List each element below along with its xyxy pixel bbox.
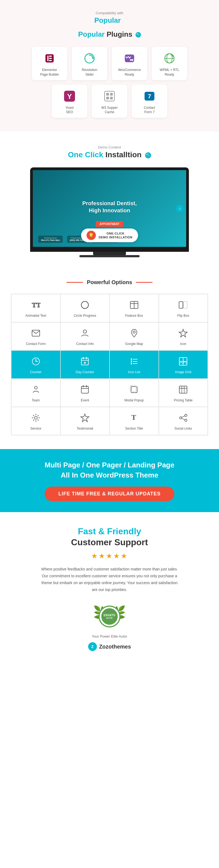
support-title-colored: Fast & Friendly xyxy=(22,526,197,537)
option-modal-popup-label: Modal Popup xyxy=(112,398,156,402)
svg-point-22 xyxy=(81,301,88,309)
svg-rect-14 xyxy=(105,91,114,101)
options-grid: 𝕋𝕋 Animated Text Circle Progress Feature… xyxy=(11,294,208,435)
svg-text:Y: Y xyxy=(67,92,72,100)
option-animated-text: 𝕋𝕋 Animated Text xyxy=(11,294,61,322)
oneclick-heading: One Click Installtion 🔩 xyxy=(16,150,203,159)
plugin-woocommerce-name: WooCommerceReady xyxy=(114,68,145,77)
support-description: Where positive feedbacks and customer sa… xyxy=(38,566,181,593)
cf7-icon: 7 xyxy=(143,90,156,103)
pricing-table-icon xyxy=(162,385,205,396)
testimonial-icon xyxy=(64,413,107,425)
svg-line-64 xyxy=(182,416,185,417)
plugin-wpml: WPML + RTLReady xyxy=(152,47,187,80)
plugin-elementor: ElementorPage Builder xyxy=(32,47,67,80)
option-flip-box: Flip Box xyxy=(159,294,208,322)
svg-rect-43 xyxy=(131,363,132,364)
option-image-grid-label: Image Grid xyxy=(162,370,205,374)
option-modal-popup: Modal Popup xyxy=(110,379,159,407)
svg-rect-26 xyxy=(179,302,183,308)
section-title-icon: T xyxy=(112,413,156,425)
plugin-cf7-name: ContactForm 7 xyxy=(135,105,165,115)
image-grid-icon xyxy=(162,357,205,368)
plugins-heading: Popular Popular xyxy=(16,16,203,25)
svg-point-47 xyxy=(35,386,37,389)
option-pricing-table: Pricing Table xyxy=(159,379,208,407)
plugins-heading-highlight: Popular xyxy=(94,16,121,24)
w3-icon xyxy=(103,90,116,103)
elementor-icon xyxy=(43,52,56,65)
option-icon-list: Icon List xyxy=(110,350,159,379)
envato-inner-content: ENVATO ELITE xyxy=(104,614,115,619)
social-links-icon xyxy=(162,413,205,425)
svg-point-9 xyxy=(132,59,133,61)
plugin-grid-row2: Y YoastSEO W3 SupperCache 7 ContactForm … xyxy=(16,85,203,118)
option-team-label: Team xyxy=(14,398,58,402)
laptop-bottom-bar xyxy=(33,247,186,252)
option-contact-info-label: Contact Info xyxy=(64,342,107,346)
option-google-map-label: Google Map xyxy=(112,342,156,346)
revolution-icon xyxy=(83,52,96,65)
oneclick-section: Demo Content One Click Installtion 🔩 ABO… xyxy=(0,131,219,268)
option-event-label: Event xyxy=(64,398,107,402)
plugin-w3: W3 SupperCache xyxy=(92,85,127,118)
envato-badge: 🌿 ENVATO ELITE 🌿 xyxy=(93,604,126,629)
animated-text-icon: 𝕋𝕋 xyxy=(14,300,58,312)
option-social-links-label: Social Links xyxy=(162,427,205,430)
option-pricing-table-label: Pricing Table xyxy=(162,398,205,402)
svg-rect-54 xyxy=(179,386,187,393)
svg-line-65 xyxy=(182,418,185,420)
svg-text:T: T xyxy=(132,413,136,422)
option-team: Team xyxy=(11,379,61,407)
envato-circle: ENVATO ELITE xyxy=(99,606,120,627)
laptop-stand xyxy=(93,252,126,255)
envato-circle-inner: ENVATO ELITE xyxy=(101,608,118,625)
laptop-appointment-btn[interactable]: APPOINTMENT xyxy=(96,221,123,227)
envato-badge-wrapper: 🌿 ENVATO ELITE 🌿 xyxy=(93,604,126,629)
svg-point-30 xyxy=(133,331,135,333)
zozothemes-logo: Z Zozothemes xyxy=(22,642,197,651)
option-contact-form: Contact Form xyxy=(11,322,61,350)
svg-rect-17 xyxy=(106,97,109,99)
cta-button[interactable]: LIFE TIME FREE & REGULAR UPDATES xyxy=(45,487,174,501)
service-icon xyxy=(14,413,58,425)
options-title-row: Powerful Options xyxy=(11,279,208,285)
svg-rect-42 xyxy=(131,361,132,362)
plugin-grid-row1: ElementorPage Builder RevolutionSlider W… xyxy=(16,47,203,80)
plugin-elementor-name: ElementorPage Builder xyxy=(35,68,65,77)
cta-title: Multi Page / One Pager / Landing Page Al… xyxy=(16,460,203,480)
svg-rect-15 xyxy=(106,93,109,96)
event-icon xyxy=(64,385,107,396)
option-feature-box-label: Feature Box xyxy=(112,314,156,317)
options-section: Powerful Options 𝕋𝕋 Animated Text Circle… xyxy=(0,268,219,449)
oneclick-badge: 💡 ONE-CLICK DEMO INSTALLATION xyxy=(81,228,138,242)
svg-point-63 xyxy=(185,419,187,422)
svg-point-29 xyxy=(83,330,86,333)
plugin-w3-name: W3 SupperCache xyxy=(95,105,124,115)
contact-info-icon xyxy=(64,329,107,340)
option-flip-box-label: Flip Box xyxy=(162,314,205,317)
svg-point-62 xyxy=(180,417,182,419)
svg-text:7: 7 xyxy=(148,93,151,100)
plugin-revolution-name: RevolutionSlider xyxy=(74,68,105,77)
woocommerce-icon xyxy=(123,52,136,65)
svg-rect-48 xyxy=(81,386,88,393)
icon-list-icon xyxy=(112,357,156,368)
plugin-wpml-name: WPML + RTLReady xyxy=(154,68,184,77)
envato-label: Your Power Elite Autor xyxy=(22,634,197,639)
svg-rect-3 xyxy=(49,58,52,59)
svg-text:𝕋𝕋: 𝕋𝕋 xyxy=(32,302,40,309)
plugins-heading-rendered: Popular Plugins 🔩 xyxy=(16,30,203,39)
feature-box-icon xyxy=(112,300,156,312)
plugin-yoast: Y YoastSEO xyxy=(52,85,87,118)
cta-section: Multi Page / One Pager / Landing Page Al… xyxy=(0,449,219,512)
compat-label: Compatibility with xyxy=(16,11,203,15)
options-title: Powerful Options xyxy=(87,279,132,285)
svg-rect-4 xyxy=(49,60,52,61)
option-feature-box: Feature Box xyxy=(110,294,159,322)
stars-row: ★★★★★ xyxy=(22,552,197,560)
option-google-map: Google Map xyxy=(110,322,159,350)
svg-rect-18 xyxy=(110,97,113,99)
icon-cell-icon xyxy=(162,329,205,340)
option-counter-label: Counter xyxy=(14,370,58,374)
